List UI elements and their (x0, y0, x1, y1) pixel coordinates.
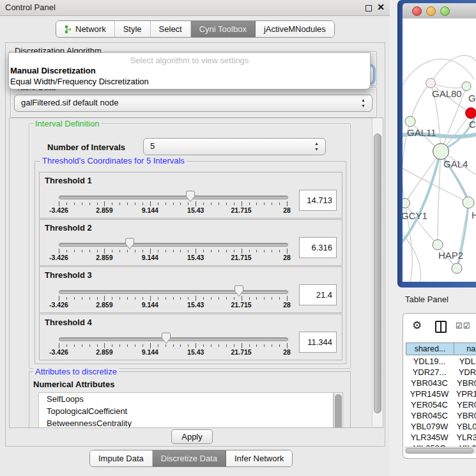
scale-tick-label: 2.859 (96, 348, 112, 356)
table-row[interactable]: YBR043C YBR043C (403, 378, 476, 388)
network-node[interactable] (433, 144, 449, 160)
threshold-value-field[interactable]: 21.4 (299, 284, 337, 305)
attributes-list-scrollbar[interactable] (334, 392, 343, 428)
network-svg: GAL80GACGAL11GAL4GCY1HHAP2 (403, 19, 476, 282)
close-icon[interactable]: ✕ (377, 2, 385, 12)
threshold-value-field[interactable]: 14.713 (299, 190, 337, 211)
table-panel: ⚙ ☑☑ shared... name YDL19... YDL19... YD… (403, 313, 476, 459)
network-node[interactable] (426, 79, 436, 88)
slider-track[interactable] (59, 337, 288, 341)
scrollbar-thumb[interactable] (406, 448, 473, 454)
network-node[interactable] (405, 116, 415, 127)
threshold-value-field[interactable]: 6.316 (299, 237, 337, 258)
table-horizontal-scrollbar[interactable] (404, 447, 476, 454)
gear-icon[interactable]: ⚙ (412, 320, 422, 331)
scale-tick-label: -3.426 (49, 254, 68, 261)
scale-tick-label: 15.43 (187, 254, 204, 261)
slider-track[interactable] (59, 290, 288, 294)
tab-select[interactable]: Select (151, 21, 191, 37)
table-row[interactable]: YDR27... YDR27... (403, 367, 476, 378)
dropdown-hint: Select algorithm to view settings (9, 56, 370, 65)
network-canvas[interactable]: GAL80GACGAL11GAL4GCY1HHAP2 (403, 19, 476, 282)
tab-network[interactable]: Network (56, 21, 115, 37)
network-node[interactable] (466, 108, 476, 119)
column-header-shared-name[interactable]: shared... (406, 342, 454, 355)
minimize-traffic-light[interactable] (426, 6, 436, 16)
network-edge (405, 151, 441, 203)
dropdown-option-manual[interactable]: Manual Discretization (10, 66, 96, 75)
table-row[interactable]: YER054C YER054C (403, 399, 476, 410)
scale-tick-label: 28 (283, 348, 291, 356)
tab-jactivemnodules[interactable]: jActiveMNodules (256, 21, 334, 37)
scale-tick-label: 9.144 (142, 348, 158, 356)
network-window-titlebar[interactable] (403, 3, 476, 19)
threshold-row: Threshold 2 -3.4262.8599.14415.4321.7152… (39, 219, 342, 266)
zoom-traffic-light[interactable] (440, 6, 450, 16)
settings-vertical-scrollbar[interactable] (372, 118, 383, 426)
float-window-icon[interactable] (365, 5, 372, 12)
apply-button[interactable]: Apply (171, 429, 213, 444)
table-row[interactable]: YLR345W YLR345W (403, 432, 476, 443)
scale-tick-label: 9.144 (142, 206, 158, 214)
tab-infer-network[interactable]: Infer Network (226, 450, 292, 466)
attribute-list-item[interactable]: SelfLoops (39, 393, 333, 405)
network-node[interactable] (452, 263, 462, 273)
scale-tick-label: -3.426 (49, 348, 68, 356)
network-node-label: C (469, 119, 476, 130)
thresholds-group: Threshold's Coordinates for 5 Intervals … (35, 161, 346, 364)
scale-tick-label: 21.715 (231, 206, 252, 214)
scrollbar-thumb[interactable] (374, 134, 381, 413)
close-traffic-light[interactable] (412, 6, 422, 16)
columns-icon[interactable] (435, 321, 447, 333)
control-panel-titlebar: Control Panel ✕ (0, 0, 390, 16)
network-node[interactable] (433, 240, 443, 250)
network-node[interactable] (403, 199, 410, 208)
scale-tick-label: 21.715 (231, 254, 252, 261)
table-data-combobox[interactable]: galFiltered.sif default node ▲▼ (14, 95, 372, 112)
screen: Control Panel ✕ Network Style Select Cyn… (0, 0, 476, 476)
threshold-row: Threshold 3 -3.4262.8599.14415.4321.7152… (39, 266, 342, 313)
top-tab-bar: Network Style Select Cyni Toolbox jActiv… (56, 20, 335, 38)
control-panel: Control Panel ✕ Network Style Select Cyn… (0, 0, 390, 476)
scale-tick-label: 9.144 (142, 254, 158, 261)
network-node-label: H (472, 210, 476, 220)
table-row[interactable]: YDL19... YDL19... (403, 356, 476, 367)
table-panel-title: Table Panel (405, 295, 449, 304)
attribute-list-item[interactable]: TopologicalCoefficient (39, 405, 333, 417)
threshold-row: Threshold 1 -3.4262.8599.14415.4321.7152… (39, 172, 342, 219)
table-rows: YDL19... YDL19... YDR27... YDR27... YBR0… (403, 356, 476, 447)
threshold-value-field[interactable]: 11.344 (299, 332, 337, 353)
network-node[interactable] (462, 82, 471, 91)
bottom-tab-bar: Impute Data Discretize Data Infer Networ… (89, 450, 293, 467)
interval-definition-group: Interval Definition Number of Intervals … (29, 123, 351, 369)
select-columns-checkboxes-icon[interactable]: ☑☑ (456, 321, 471, 330)
number-of-intervals-combobox[interactable]: 5 ▲▼ (143, 138, 326, 155)
scale-tick-label: 15.43 (187, 348, 204, 356)
tab-impute-data[interactable]: Impute Data (90, 450, 153, 466)
table-row[interactable]: YBL079W YBL079W (403, 421, 476, 432)
scrollbar-thumb[interactable] (335, 394, 342, 428)
scale-tick-label: 15.43 (187, 206, 204, 214)
slider-track[interactable] (59, 196, 288, 199)
network-node[interactable] (463, 197, 474, 208)
slider-scale: -3.4262.8599.14415.4321.71528 (40, 348, 342, 356)
tab-style[interactable]: Style (115, 21, 151, 37)
network-node-label: HAP2 (438, 250, 463, 261)
tab-cyni-toolbox[interactable]: Cyni Toolbox (191, 21, 256, 37)
numerical-attributes-label: Numerical Attributes (33, 380, 114, 389)
number-of-intervals-label: Number of Intervals (47, 142, 125, 152)
tab-discretize-data[interactable]: Discretize Data (153, 450, 226, 466)
column-header-name[interactable]: name (454, 342, 476, 355)
scale-tick-label: 28 (283, 254, 291, 261)
scale-tick-label: 28 (283, 206, 291, 214)
table-row[interactable]: YPR145W YPR145W (403, 388, 476, 399)
network-node-label: GAL4 (443, 158, 468, 169)
scale-tick-label: -3.426 (49, 301, 68, 309)
numerical-attributes-list[interactable]: SelfLoopsTopologicalCoefficientBetweenne… (38, 392, 334, 428)
scale-tick-label: 28 (283, 301, 291, 309)
slider-track[interactable] (59, 243, 288, 247)
table-row[interactable]: YBR045C YBR045C (403, 410, 476, 421)
table-header: shared... name (403, 342, 476, 355)
dropdown-option-equal-width[interactable]: Equal Width/Frequency Discretization (10, 77, 149, 86)
attribute-list-item[interactable]: BetweennessCentrality (39, 417, 333, 428)
